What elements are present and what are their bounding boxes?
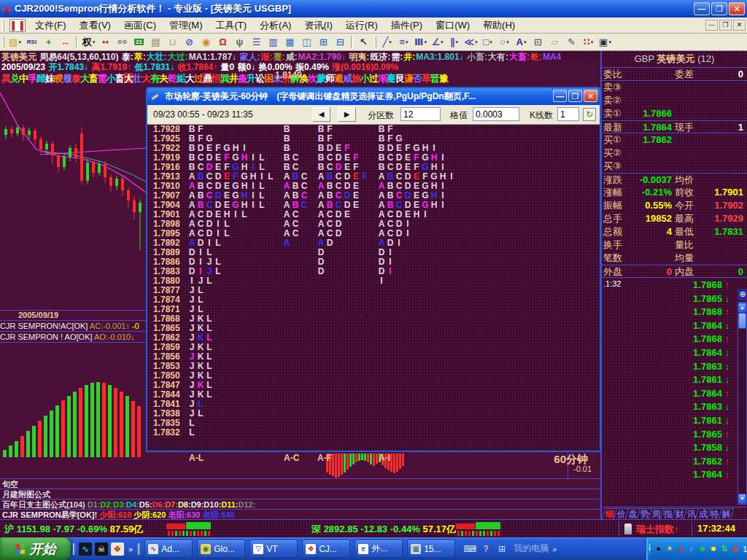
open-book-icon[interactable]: ⊔: [165, 35, 180, 50]
menu-item-6[interactable]: 资讯(I): [298, 18, 338, 34]
channel-tool-icon[interactable]: ∥▾: [446, 35, 462, 50]
taskbar-button-vt[interactable]: ▽VT: [249, 540, 298, 558]
maximize-button[interactable]: ❐: [711, 2, 727, 15]
tray-tower-icon[interactable]: ▲: [676, 544, 685, 553]
panel-tab-解[interactable]: 解: [719, 508, 734, 519]
binoculars-icon[interactable]: ⊙⊙: [115, 35, 130, 50]
column-view-icon[interactable]: ▥: [266, 35, 281, 50]
chart-window2-icon[interactable]: ◫: [299, 35, 314, 50]
minimize-button[interactable]: —: [694, 2, 710, 15]
scroll-up-button[interactable]: ▲: [738, 303, 746, 313]
color-grid-icon[interactable]: ∷▾: [581, 35, 596, 50]
traffic-lights-icon[interactable]: ●●: [98, 35, 113, 50]
parallel-tool-icon[interactable]: ≪▾: [463, 35, 479, 50]
width-arrow-icon[interactable]: ↔: [58, 35, 73, 50]
taskbar-button-glo[interactable]: ◉Glo...: [197, 540, 245, 558]
tray-updown-icon[interactable]: ⇅: [719, 544, 729, 553]
help-icon[interactable]: ?: [479, 542, 492, 556]
menu-item-9[interactable]: 窗口(W): [429, 18, 476, 34]
quick-launch-chevron[interactable]: »: [128, 545, 133, 553]
scroll-down-button[interactable]: ▼: [738, 494, 746, 504]
dialog-minimize-button[interactable]: —: [553, 90, 567, 102]
menu-item-10[interactable]: 帮助(H): [476, 18, 522, 34]
taskbar-button-ad[interactable]: ∿Ad...: [144, 540, 193, 558]
ellipse-tool-icon[interactable]: ○▾: [497, 35, 512, 50]
desktop-band-chevron[interactable]: »: [552, 545, 557, 553]
mdi-restore-button[interactable]: ❐: [719, 20, 732, 31]
menu-item-7[interactable]: 运行(R): [339, 18, 384, 34]
cross-arrows-icon[interactable]: +: [41, 35, 56, 50]
open-chart-icon[interactable]: ▨▾: [7, 35, 23, 50]
search-icon[interactable]: ⊘: [182, 35, 197, 50]
tick-scrollbar[interactable]: ▲ ▼: [738, 302, 747, 505]
chart-menu-icon[interactable]: ▌▐: [9, 19, 26, 32]
quicklaunch-cjr-icon[interactable]: ❖: [111, 542, 124, 556]
menu-item-4[interactable]: 工具(T): [209, 18, 254, 34]
tray-qq-icon[interactable]: ●: [654, 544, 663, 553]
keyboard-icon[interactable]: ⌨: [463, 542, 476, 556]
pen-lock-tool-icon[interactable]: ✎: [564, 35, 579, 50]
menu-item-3[interactable]: 管理(M): [163, 18, 209, 34]
quicklaunch-chart-icon[interactable]: ∿: [79, 542, 92, 556]
start-button[interactable]: 开始: [0, 537, 71, 560]
rectangle-tool-icon[interactable]: □▾: [480, 35, 495, 50]
books-icon[interactable]: ▤: [148, 35, 163, 50]
grid-value-input[interactable]: [473, 107, 519, 121]
quicklaunch-skull-icon[interactable]: ☠: [95, 542, 108, 556]
close-button[interactable]: ✕: [729, 2, 745, 15]
divider: [692, 521, 692, 537]
alarm-bell-icon[interactable]: Ω: [215, 35, 231, 50]
copy-tool-icon[interactable]: ⊡: [530, 35, 546, 50]
menu-item-1[interactable]: 查看(V): [73, 18, 117, 34]
pencil-tool-icon[interactable]: ✎: [598, 108, 611, 121]
tray-star-icon[interactable]: ✶: [665, 544, 674, 553]
taskbar-button-15[interactable]: ▦15...: [407, 540, 455, 558]
chart-window-icon[interactable]: ▦: [282, 35, 298, 50]
fan-lines-tool-icon[interactable]: ∠▾: [430, 35, 445, 50]
partition-count-input[interactable]: [400, 107, 441, 121]
dialog-close-button[interactable]: ✕: [584, 90, 597, 102]
chart-window4-icon[interactable]: ⊟: [333, 35, 348, 50]
rights-restoration-dropdown[interactable]: 权▾: [81, 35, 96, 50]
scroll-thumb[interactable]: [738, 313, 746, 329]
eraser-tool-icon[interactable]: ▱: [547, 35, 562, 50]
chart-window3-icon[interactable]: ⊞: [316, 35, 331, 50]
tray-lamp-icon[interactable]: ◉: [730, 544, 740, 553]
rsi-indicator-icon[interactable]: RSI: [24, 35, 39, 50]
kline-count-input[interactable]: [557, 107, 579, 121]
mdi-minimize-button[interactable]: —: [705, 20, 718, 31]
tray-notes-icon[interactable]: ♪: [686, 544, 696, 553]
text-tool-icon[interactable]: A▾: [514, 35, 529, 50]
swiss-index-label[interactable]: 瑞士指数↑: [636, 523, 679, 536]
menu-item-2[interactable]: 画面(C): [117, 18, 163, 34]
trendline-tool-icon[interactable]: ╱▾: [379, 35, 395, 50]
next-page-button[interactable]: ▶: [338, 107, 356, 122]
multi-line-tool-icon[interactable]: ≡▾: [396, 35, 411, 50]
shenzhen-index: 深 2892.85 -12.83 -0.44% 57.17亿: [311, 523, 456, 536]
calendar-icon[interactable]: 21: [131, 35, 147, 50]
palette-icon[interactable]: ◉: [198, 35, 214, 50]
desktop-band-label[interactable]: 我的电脑: [514, 542, 549, 555]
menu-item-5[interactable]: 分析(A): [253, 18, 298, 34]
tray-collapse-button[interactable]: ‹: [649, 543, 651, 555]
taskbar-button-cj[interactable]: ❖CJ...: [302, 540, 350, 558]
menu-item-8[interactable]: 插件(P): [384, 18, 429, 34]
vertical-lines-tool-icon[interactable]: Ⅲ▾: [413, 35, 428, 50]
save-tool-icon[interactable]: ▣▾: [597, 35, 613, 50]
window-flip-icon[interactable]: ⊞: [495, 542, 508, 556]
plug-icon[interactable]: ψ: [232, 35, 247, 50]
mdi-close-button[interactable]: ✕: [733, 20, 746, 31]
crosshair-button[interactable]: ⊕: [738, 289, 747, 300]
quote-list-icon[interactable]: ☰: [249, 35, 264, 50]
text-segment: AO:-0.010↓: [94, 332, 135, 341]
dialog-maximize-button[interactable]: ❐: [568, 90, 582, 102]
prev-page-button[interactable]: ◀: [312, 107, 330, 122]
taskbar-button-wai[interactable]: e外...: [355, 540, 403, 558]
menu-item-0[interactable]: 文件(F): [28, 18, 73, 34]
refresh-button[interactable]: ↻: [583, 108, 596, 121]
dialog-title-bar[interactable]: 市场轮廓-英镑美元-60分钟 (字母键调出键盘精灵选择证券,PgUp/PgDn翻…: [147, 88, 600, 105]
tray-green-square-icon[interactable]: ■: [697, 544, 707, 553]
pointer-tool-icon[interactable]: ↖: [356, 35, 371, 50]
quote-value2: 1.7831: [679, 225, 743, 238]
tray-yellow-square-icon[interactable]: ■: [708, 544, 718, 553]
